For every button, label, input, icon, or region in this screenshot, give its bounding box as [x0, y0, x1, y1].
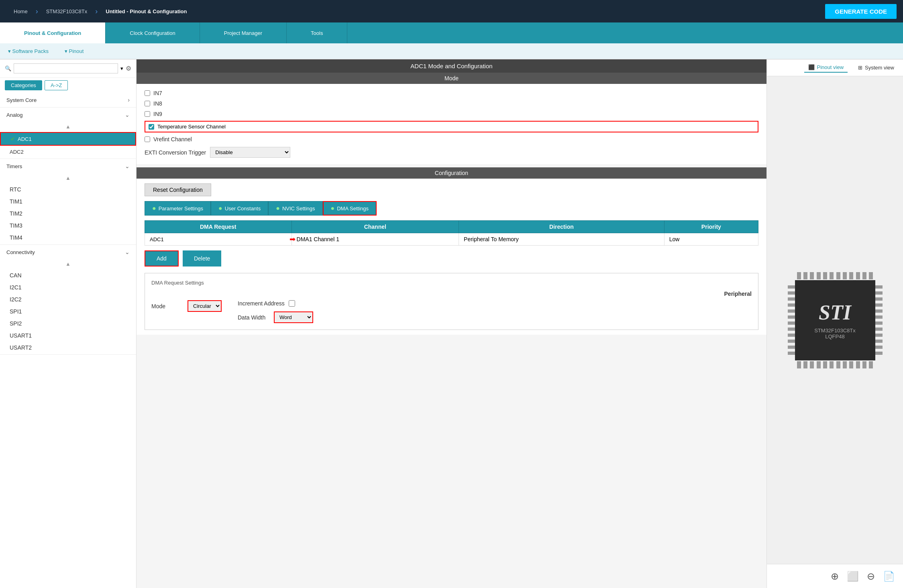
tab-nvic-settings[interactable]: ● NVIC Settings [268, 201, 322, 216]
gear-icon[interactable]: ⚙ [126, 65, 131, 72]
pin-right [875, 340, 883, 343]
checkbox-in7-input[interactable] [145, 90, 150, 96]
checkbox-in9-input[interactable] [145, 111, 150, 117]
tab-clock-configuration[interactable]: Clock Configuration [106, 22, 200, 43]
sidebar-item-can[interactable]: CAN [0, 269, 136, 281]
sidebar-section-system-core: System Core › [0, 93, 136, 108]
increment-address-label: Increment Address [238, 300, 285, 307]
data-width-select[interactable]: Byte Half Word Word [275, 312, 312, 322]
checkbox-vrefint-input[interactable] [145, 136, 150, 142]
pin-right [875, 346, 883, 349]
right-settings-col: Increment Address Data Width Byte Half W… [238, 300, 313, 323]
checkbox-in7: IN7 [145, 88, 758, 98]
sidebar-item-tim2[interactable]: TIM2 [0, 208, 136, 220]
main-content: ADC1 Mode and Configuration Mode IN7 IN8… [137, 59, 766, 588]
pin-right [875, 303, 883, 307]
tab-parameter-settings[interactable]: ● Parameter Settings [145, 201, 211, 216]
pin-left [788, 340, 795, 343]
sidebar-section-header-analog[interactable]: Analog ⌄ [0, 108, 136, 122]
reset-configuration-button[interactable]: Reset Configuration [145, 183, 211, 196]
analog-items: ✔ ADC1 ADC2 [0, 131, 136, 159]
sidebar-item-spi2[interactable]: SPI2 [0, 317, 136, 330]
nav-home[interactable]: Home [6, 0, 35, 22]
check-icon-adc1: ✔ [10, 136, 15, 142]
sidebar-item-i2c1[interactable]: I2C1 [0, 281, 136, 293]
mode-label: Mode [151, 303, 183, 309]
dma-button-row: Add Delete [145, 250, 758, 267]
sidebar-item-spi1[interactable]: SPI1 [0, 305, 136, 317]
sidebar-item-i2c2[interactable]: I2C2 [0, 293, 136, 305]
tab-dma-settings[interactable]: ● DMA Settings [323, 201, 377, 216]
delete-button[interactable]: Delete [183, 250, 221, 267]
tab-project-manager[interactable]: Project Manager [200, 22, 287, 43]
pin-left [788, 297, 795, 301]
exti-label: EXTI Conversion Trigger [145, 149, 206, 156]
sub-nav-software-packs[interactable]: ▾ Software Packs [8, 48, 49, 54]
scroll-up-timers[interactable]: ▲ [0, 173, 136, 183]
sidebar-section-header-connectivity[interactable]: Connectivity ⌄ [0, 245, 136, 259]
pin-left [788, 303, 795, 307]
chip-body: STI STM32F103C8Tx LQFP48 [795, 280, 875, 360]
sidebar-item-usart1[interactable]: USART1 [0, 330, 136, 342]
checkbox-in8-input[interactable] [145, 101, 150, 106]
grid-icon: ⊞ [858, 65, 862, 71]
add-button[interactable]: Add [145, 250, 179, 267]
nav-chip[interactable]: STM32F103C8Tx [39, 0, 95, 22]
pin-bottom [803, 361, 807, 368]
sidebar-tab-categories[interactable]: Categories [5, 80, 42, 90]
zoom-in-icon[interactable]: ⊕ [831, 571, 839, 582]
mode-header: Mode [137, 73, 766, 84]
tab-user-constants[interactable]: ● User Constants [211, 201, 268, 216]
label-in7: IN7 [153, 90, 162, 96]
dma-table-header-channel: Channel [291, 221, 459, 233]
scroll-up-analog[interactable]: ▲ [0, 122, 136, 131]
checkbox-temperature-sensor[interactable] [149, 124, 154, 130]
pin-right [875, 321, 883, 325]
sidebar-item-tim1[interactable]: TIM1 [0, 195, 136, 208]
scroll-up-connectivity[interactable]: ▲ [0, 259, 136, 269]
chevron-right-icon: › [128, 97, 130, 103]
tab-system-view[interactable]: ⊞ System view [854, 63, 898, 72]
sidebar-section-header-system-core[interactable]: System Core › [0, 93, 136, 107]
search-input[interactable] [14, 63, 118, 73]
dma-table: DMA Request Channel Direction Priority A… [145, 220, 758, 246]
search-dropdown-arrow[interactable]: ▾ [120, 65, 123, 71]
generate-code-button[interactable]: GENERATE CODE [825, 4, 897, 19]
sidebar-item-usart2[interactable]: USART2 [0, 342, 136, 354]
pin-top [810, 272, 814, 279]
tab-tools[interactable]: Tools [287, 22, 347, 43]
export-icon[interactable]: 📄 [883, 571, 895, 582]
top-nav: Home › STM32F103C8Tx › Untitled - Pinout… [0, 0, 903, 22]
sidebar-section-header-timers[interactable]: Timers ⌄ [0, 159, 136, 173]
sidebar-item-adc1[interactable]: ✔ ADC1 [0, 132, 136, 146]
sidebar-item-tim4[interactable]: TIM4 [0, 232, 136, 244]
pin-left [788, 334, 795, 337]
sidebar-section-analog: Analog ⌄ ▲ ✔ ADC1 ADC2 [0, 108, 136, 159]
sidebar-tab-az[interactable]: A->Z [45, 80, 68, 90]
table-row[interactable]: ADC1 ➡ DMA1 Channel 1 Peripheral To Memo… [145, 233, 758, 246]
bottom-toolbar: ⊕ ⬜ ⊖ 📄 [767, 564, 903, 588]
exti-select[interactable]: Disable [210, 147, 290, 158]
pin-top [869, 272, 873, 279]
pin-bottom [849, 361, 853, 368]
zoom-out-icon[interactable]: ⊖ [867, 571, 875, 582]
increment-address-checkbox[interactable] [289, 300, 295, 307]
mode-select[interactable]: Circular Normal [188, 301, 221, 311]
tab-pinout-view[interactable]: ⬛ Pinout view [804, 63, 848, 73]
sidebar-item-rtc[interactable]: RTC [0, 183, 136, 195]
pin-left [788, 291, 795, 295]
sidebar-item-tim3[interactable]: TIM3 [0, 220, 136, 232]
label-in8: IN8 [153, 100, 162, 107]
tab-pinout-configuration[interactable]: Pinout & Configuration [0, 22, 106, 43]
expand-icon[interactable]: ⬜ [847, 571, 859, 582]
dma-table-header-priority: Priority [664, 221, 758, 233]
nav-project[interactable]: Untitled - Pinout & Configuration [98, 0, 194, 22]
pin-left [788, 309, 795, 313]
sub-nav-pinout[interactable]: ▾ Pinout [65, 48, 84, 54]
dma-table-header-direction: Direction [459, 221, 665, 233]
sidebar-item-adc2[interactable]: ADC2 [0, 146, 136, 158]
main-layout: 🔍 ▾ ⚙ Categories A->Z System Core › Anal… [0, 59, 903, 588]
data-width-label: Data Width [238, 314, 270, 321]
dot-icon-user: ● [218, 205, 222, 212]
increment-address-row: Increment Address [238, 300, 313, 307]
